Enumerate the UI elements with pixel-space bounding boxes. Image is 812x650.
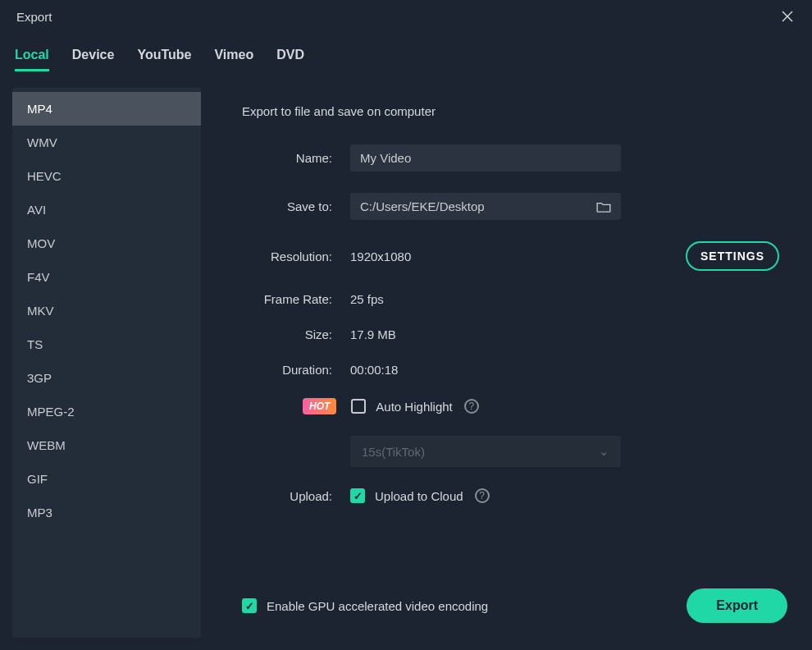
saveto-field[interactable]: C:/Users/EKE/Desktop	[350, 193, 621, 220]
help-icon[interactable]: ?	[475, 488, 490, 503]
format-item-hevc[interactable]: HEVC	[12, 159, 201, 193]
upload-cloud-label: Upload to Cloud	[375, 489, 463, 503]
format-item-mov[interactable]: MOV	[12, 227, 201, 260]
format-item-mkv[interactable]: MKV	[12, 294, 201, 327]
gpu-checkbox[interactable]	[242, 598, 257, 613]
folder-icon[interactable]	[596, 201, 611, 213]
size-value: 17.9 MB	[350, 327, 396, 341]
name-input[interactable]	[360, 151, 611, 165]
export-button[interactable]: Export	[687, 588, 787, 623]
name-input-wrap[interactable]	[350, 144, 621, 172]
upload-label: Upload:	[242, 489, 332, 503]
tab-youtube[interactable]: YouTube	[137, 48, 191, 71]
title-bar: Export	[0, 0, 812, 33]
close-icon[interactable]	[779, 8, 796, 25]
window-title: Export	[16, 10, 52, 24]
tab-vimeo[interactable]: Vimeo	[214, 48, 253, 71]
resolution-value: 1920x1080	[350, 249, 411, 263]
tab-device[interactable]: Device	[72, 48, 115, 71]
tab-bar: LocalDeviceYouTubeVimeoDVD	[0, 33, 812, 71]
framerate-value: 25 fps	[350, 292, 384, 306]
help-icon[interactable]: ?	[464, 399, 479, 414]
hot-badge: HOT	[303, 398, 336, 414]
panel-heading: Export to file and save on computer	[242, 104, 779, 118]
resolution-label: Resolution:	[242, 249, 332, 263]
format-item-ts[interactable]: TS	[12, 327, 201, 361]
auto-highlight-checkbox[interactable]	[351, 399, 366, 414]
duration-label: Duration:	[242, 363, 332, 377]
saveto-label: Save to:	[242, 199, 332, 213]
highlight-select-value: 15s(TikTok)	[362, 445, 425, 459]
chevron-down-icon: ⌄	[599, 444, 609, 459]
tab-dvd[interactable]: DVD	[276, 48, 304, 71]
tab-local[interactable]: Local	[15, 48, 49, 71]
format-item-wmv[interactable]: WMV	[12, 126, 201, 159]
export-panel: Export to file and save on computer Name…	[201, 88, 812, 638]
auto-highlight-label: Auto Highlight	[376, 400, 452, 414]
format-item-mp3[interactable]: MP3	[12, 496, 201, 529]
settings-button[interactable]: SETTINGS	[686, 241, 779, 271]
framerate-label: Frame Rate:	[242, 292, 332, 306]
size-label: Size:	[242, 327, 332, 341]
gpu-label: Enable GPU accelerated video encoding	[267, 599, 488, 613]
format-sidebar: MP4WMVHEVCAVIMOVF4VMKVTS3GPMPEG-2WEBMGIF…	[12, 88, 201, 638]
saveto-path: C:/Users/EKE/Desktop	[360, 199, 485, 213]
format-item-f4v[interactable]: F4V	[12, 260, 201, 294]
format-item-webm[interactable]: WEBM	[12, 428, 201, 462]
duration-value: 00:00:18	[350, 363, 398, 377]
upload-cloud-checkbox[interactable]	[350, 488, 365, 503]
format-item-mp4[interactable]: MP4	[12, 92, 201, 126]
format-item-3gp[interactable]: 3GP	[12, 361, 201, 395]
format-item-avi[interactable]: AVI	[12, 193, 201, 227]
format-item-mpeg-2[interactable]: MPEG-2	[12, 395, 201, 428]
highlight-duration-select[interactable]: 15s(TikTok) ⌄	[350, 436, 621, 467]
format-item-gif[interactable]: GIF	[12, 462, 201, 496]
name-label: Name:	[242, 151, 332, 165]
